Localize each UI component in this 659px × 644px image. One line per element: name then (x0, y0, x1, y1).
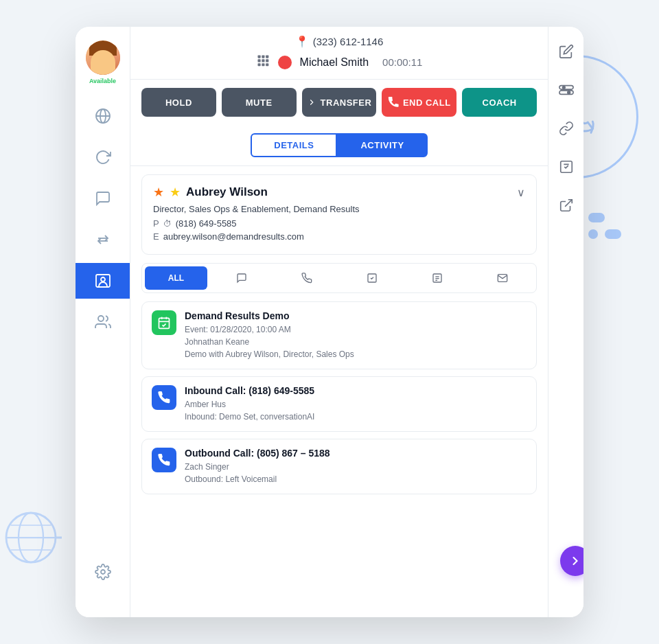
settings-icon (95, 564, 111, 580)
activity-title-2: Outbound Call: (805) 867 – 5188 (185, 448, 527, 459)
filter-note[interactable] (406, 266, 468, 290)
svg-point-14 (101, 570, 105, 574)
coach-button[interactable]: COACH (462, 88, 537, 117)
link-icon (559, 121, 574, 136)
tab-bar: DETAILS ACTIVITY (130, 125, 548, 166)
sidebar-item-globe[interactable] (76, 98, 130, 134)
svg-rect-23 (266, 63, 268, 66)
transfer-label: TRANSFER (321, 97, 372, 108)
end-call-icon (388, 97, 399, 108)
activity-filter-bar: ALL (141, 263, 537, 293)
svg-point-36 (567, 91, 570, 94)
contact-card: ★ ★ Aubrey Wilson ∨ Director, Sales Ops … (141, 174, 537, 255)
svg-rect-18 (257, 59, 260, 62)
activity-detail-0: Event: 01/28/2020, 10:00 AM Johnathan Ke… (185, 323, 527, 360)
chevron-down-icon[interactable]: ∨ (517, 186, 525, 199)
right-icon-export[interactable] (555, 194, 577, 216)
sidebar-item-chat[interactable] (76, 181, 130, 216)
contact-card-header: ★ ★ Aubrey Wilson ∨ (153, 185, 525, 200)
call-controls: HOLD MUTE TRANSFER END CALL COACH (130, 80, 548, 125)
star-yellow-icon: ★ (170, 185, 181, 200)
inbound-call-icon (157, 391, 171, 404)
tab-activity[interactable]: ACTIVITY (337, 133, 427, 157)
activity-content-0: Demand Results Demo Event: 01/28/2020, 1… (185, 310, 527, 360)
email-filter-icon (497, 273, 508, 284)
caller-row: Michael Smith 00:00:11 (144, 54, 534, 71)
activity-icon-outbound (152, 448, 176, 472)
svg-rect-15 (257, 56, 260, 58)
filter-phone[interactable] (275, 266, 338, 290)
end-call-button[interactable]: END CALL (382, 88, 456, 117)
contact-phone-row: P ⏱ (818) 649-5585 (153, 218, 525, 229)
outbound-call-icon (157, 453, 171, 467)
chat-filter-icon (236, 273, 247, 284)
right-icon-checklist[interactable] (555, 156, 577, 178)
sidebar-bottom (95, 554, 111, 603)
avatar (86, 41, 120, 75)
event-icon (157, 316, 171, 330)
activity-icon-inbound (152, 385, 176, 410)
transfer-arrows-icon (95, 231, 111, 248)
clock-icon: ⏱ (163, 219, 172, 229)
svg-rect-11 (96, 275, 110, 287)
checklist-icon (559, 159, 574, 174)
right-icon-edit[interactable] (555, 41, 577, 62)
filter-email[interactable] (471, 266, 533, 290)
phone-number-row: 📍 (323) 612-1146 (144, 35, 534, 48)
contact-section: ★ ★ Aubrey Wilson ∨ Director, Sales Ops … (130, 166, 548, 617)
svg-rect-17 (266, 56, 268, 58)
svg-line-39 (565, 200, 572, 207)
right-icon-link[interactable] (555, 117, 577, 139)
end-call-label: END CALL (403, 97, 451, 108)
record-button[interactable] (278, 56, 292, 69)
email-label: E (153, 231, 159, 242)
activity-item-1[interactable]: Inbound Call: (818) 649-5585 Amber Hus I… (141, 376, 537, 432)
contact-title: Director, Sales Ops & Enablement, Demand… (153, 204, 525, 214)
mute-button[interactable]: MUTE (222, 88, 297, 117)
contact-name-row: ★ ★ Aubrey Wilson (153, 185, 268, 200)
note-filter-icon (432, 273, 443, 284)
location-pin-icon: 📍 (295, 35, 309, 48)
right-sidebar (548, 27, 583, 617)
svg-rect-16 (262, 56, 264, 58)
sidebar-item-transfer[interactable] (76, 222, 130, 257)
sidebar-item-team[interactable] (76, 304, 130, 340)
phone-label: P (153, 218, 159, 229)
app-card: Available (76, 27, 583, 617)
grid-icon (256, 54, 270, 67)
tab-details[interactable]: DETAILS (251, 133, 337, 157)
phone-filter-icon (301, 273, 312, 284)
sidebar-item-contacts[interactable] (76, 263, 130, 299)
activity-icon-event (152, 310, 176, 335)
globe-icon (95, 108, 111, 124)
activity-detail-1: Amber Hus Inbound: Demo Set, conversatio… (185, 398, 527, 423)
call-header: 📍 (323) 612-1146 (130, 27, 548, 80)
filter-chat[interactable] (210, 266, 273, 290)
hold-button[interactable]: HOLD (141, 88, 216, 117)
activity-title-0: Demand Results Demo (185, 310, 527, 321)
outer-wrapper: Available (0, 0, 659, 644)
filter-task[interactable] (340, 266, 403, 290)
sidebar-item-settings[interactable] (95, 554, 111, 590)
svg-point-34 (562, 87, 565, 89)
sidebar-item-refresh[interactable] (76, 139, 130, 175)
contact-name: Aubrey Wilson (186, 185, 268, 199)
activity-item-2[interactable]: Outbound Call: (805) 867 – 5188 Zach Sin… (141, 439, 537, 494)
main-content: 📍 (323) 612-1146 (130, 27, 548, 617)
sidebar-nav (76, 98, 130, 554)
svg-rect-19 (262, 59, 264, 62)
svg-rect-20 (266, 59, 268, 62)
svg-rect-22 (262, 63, 264, 66)
transfer-button[interactable]: TRANSFER (302, 88, 377, 117)
svg-rect-35 (559, 91, 573, 95)
activity-detail-2: Zach Singer Outbound: Left Voicemail (185, 461, 527, 485)
grid-icon-btn[interactable] (256, 54, 270, 71)
activity-item-0[interactable]: Demand Results Demo Event: 01/28/2020, 1… (141, 301, 537, 369)
star-orange-icon: ★ (153, 185, 164, 200)
task-filter-icon (367, 273, 378, 284)
svg-rect-33 (559, 86, 573, 89)
toggle-icon (559, 82, 574, 97)
filter-all[interactable]: ALL (145, 266, 207, 290)
deco-globe (0, 507, 69, 575)
right-icon-toggle[interactable] (555, 79, 577, 101)
